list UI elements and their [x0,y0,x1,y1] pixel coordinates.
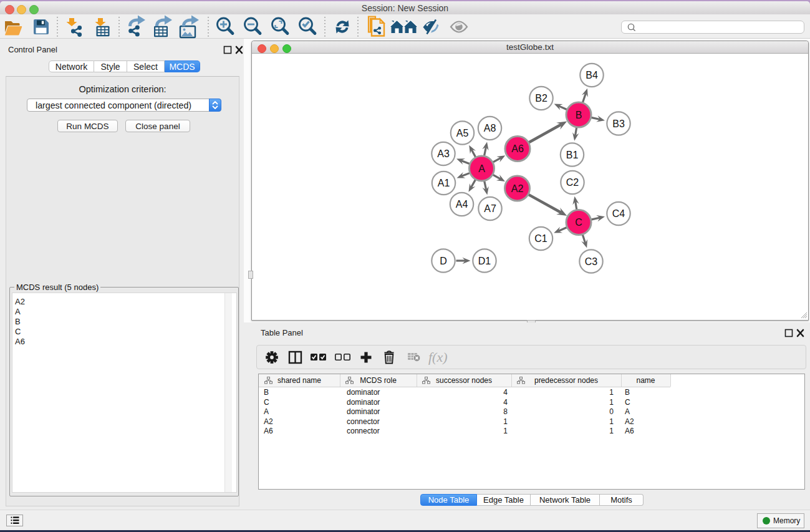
svg-text:A3: A3 [437,148,450,159]
svg-text:A4: A4 [456,199,468,210]
svg-text:D1: D1 [478,256,491,266]
svg-text:C3: C3 [585,256,598,267]
svg-text:A8: A8 [484,123,496,133]
svg-text:B: B [576,110,582,120]
svg-text:B4: B4 [586,70,598,80]
svg-text:C4: C4 [612,208,625,219]
svg-text:A2: A2 [511,183,524,194]
svg-text:B2: B2 [535,93,547,104]
svg-text:A6: A6 [511,143,524,154]
svg-text:A7: A7 [484,203,496,214]
svg-text:C: C [575,217,582,228]
svg-text:B3: B3 [612,118,625,129]
svg-text:A1: A1 [438,178,450,188]
svg-text:C2: C2 [566,177,579,188]
svg-text:D: D [440,256,447,266]
svg-text:A: A [478,163,485,174]
svg-text:A5: A5 [456,128,469,138]
svg-text:f(x): f(x) [428,349,448,365]
svg-text:C1: C1 [534,233,547,244]
svg-text:B1: B1 [566,150,579,160]
